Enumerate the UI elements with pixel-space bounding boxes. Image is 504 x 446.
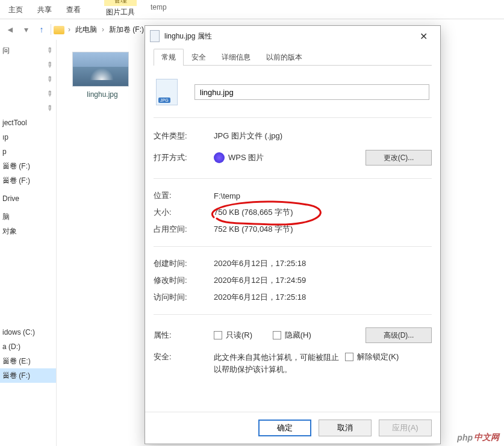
pin-icon: ✎: [45, 89, 55, 99]
divider: [154, 178, 432, 179]
cancel-button[interactable]: 取消: [319, 420, 372, 436]
file-type-icon: [156, 79, 178, 105]
checkbox-readonly[interactable]: 只读(R): [214, 330, 252, 341]
tab-security[interactable]: 安全: [184, 49, 214, 66]
window-title: temp: [151, 3, 167, 11]
ribbon-tab-share[interactable]: 共享: [30, 1, 59, 19]
value-size-on-disk: 752 KB (770,048 字节): [214, 224, 432, 235]
value-opens-with: WPS 图片: [214, 152, 366, 164]
chevron-right-icon: ›: [67, 25, 72, 34]
dialog-footer: 确定 取消 应用(A): [145, 412, 440, 444]
sidebar-item-selected[interactable]: 𡿺卷 (F:): [0, 368, 56, 383]
sidebar-item[interactable]: 对象: [0, 224, 56, 238]
tab-general[interactable]: 常规: [154, 49, 184, 66]
label-file-type: 文件类型:: [154, 131, 214, 141]
dialog-tabs: 常规 安全 详细信息 以前的版本: [154, 49, 432, 66]
sidebar-item[interactable]: 脑: [0, 209, 56, 224]
label-attributes: 属性:: [154, 330, 214, 341]
value-security: 此文件来自其他计算机，可能被阻止以帮助保护该计算机。: [214, 352, 340, 375]
tab-previous-versions[interactable]: 以前的版本: [258, 49, 310, 66]
sidebar-item[interactable]: idows (C:): [0, 325, 56, 339]
file-icon: [150, 30, 160, 42]
sidebar-item[interactable]: p: [0, 144, 56, 159]
file-item[interactable]: linghu.jpg: [72, 52, 132, 99]
sidebar-item[interactable]: jectTool: [0, 116, 56, 130]
value-file-type: JPG 图片文件 (.jpg): [214, 131, 432, 141]
checkbox-hidden[interactable]: 隐藏(H): [273, 330, 311, 341]
sidebar-item[interactable]: ✎: [0, 72, 56, 87]
dialog-titlebar[interactable]: linghu.jpg 属性 ✕: [145, 26, 440, 46]
divider: [154, 314, 432, 315]
change-app-button[interactable]: 更改(C)...: [366, 150, 432, 166]
sidebar-item[interactable]: [0, 238, 56, 253]
pin-icon: ✎: [45, 46, 55, 56]
sidebar-item[interactable]: a (D:): [0, 339, 56, 354]
breadcrumb-item[interactable]: 新加卷 (F:): [107, 23, 146, 36]
sidebar-item[interactable]: [0, 282, 56, 296]
label-opens-with: 打开方式:: [154, 152, 214, 163]
dialog-title: linghu.jpg 属性: [164, 31, 212, 42]
folder-icon: [54, 26, 64, 34]
value-size: 750 KB (768,665 字节): [214, 207, 432, 218]
value-accessed: 2020年6月12日，17:25:18: [214, 292, 432, 303]
divider: [154, 246, 432, 247]
nav-up-icon[interactable]: ↑: [35, 23, 48, 36]
pin-icon: ✎: [45, 60, 55, 70]
checkbox-unblock[interactable]: 解除锁定(K): [345, 352, 399, 362]
value-location: F:\temp: [214, 191, 432, 200]
label-accessed: 访问时间:: [154, 292, 214, 303]
nav-tree[interactable]: 问✎ ✎ ✎ ✎ ✎ jectTool ıp p 𡿺卷 (F:) 𡿺卷 (F:)…: [0, 40, 57, 446]
pin-icon: ✎: [45, 75, 55, 85]
label-size-on-disk: 占用空间:: [154, 224, 214, 235]
sidebar-item[interactable]: ıp: [0, 130, 56, 144]
sidebar-item[interactable]: ✎: [0, 87, 56, 101]
nav-history-dropdown-icon[interactable]: ▾: [19, 23, 33, 36]
value-modified: 2020年6月12日，17:24:59: [214, 275, 432, 286]
nav-back-icon[interactable]: ◄: [4, 23, 17, 36]
label-size: 大小:: [154, 207, 214, 218]
sidebar-item[interactable]: [0, 253, 56, 267]
wps-icon: [214, 152, 225, 163]
ribbon-tabs: 主页 共享 查看 管理 图片工具: [0, 0, 504, 19]
breadcrumb-item[interactable]: 此电脑: [73, 23, 99, 36]
sidebar-item[interactable]: [0, 296, 56, 311]
properties-dialog: linghu.jpg 属性 ✕ 常规 安全 详细信息 以前的版本 文件类型: J…: [145, 25, 441, 444]
advanced-button[interactable]: 高级(D)...: [366, 327, 432, 343]
value-created: 2020年6月12日，17:25:18: [214, 258, 432, 269]
label-security: 安全:: [154, 352, 214, 362]
sidebar-item[interactable]: 𡿺卷 (E:): [0, 354, 56, 368]
chevron-right-icon: ›: [101, 25, 105, 34]
nav-separator: [51, 24, 51, 35]
sidebar-item[interactable]: 问✎: [0, 43, 56, 58]
filename-input[interactable]: [194, 84, 429, 100]
file-thumbnail: [72, 52, 129, 87]
sidebar-item[interactable]: 𡿺卷 (F:): [0, 159, 56, 173]
sidebar-item[interactable]: 𡿺卷 (F:): [0, 173, 56, 188]
sidebar-item[interactable]: [0, 311, 56, 325]
watermark: php中文网: [455, 432, 502, 444]
close-button[interactable]: ✕: [411, 28, 435, 45]
ribbon-context-picture-tools[interactable]: 图片工具: [100, 6, 141, 19]
sidebar-item[interactable]: [0, 267, 56, 282]
divider: [154, 117, 432, 118]
sidebar-item[interactable]: Drive: [0, 191, 56, 206]
apply-button[interactable]: 应用(A): [379, 420, 432, 436]
tab-details[interactable]: 详细信息: [214, 49, 258, 66]
ok-button[interactable]: 确定: [258, 420, 311, 436]
ribbon-tab-home[interactable]: 主页: [1, 1, 30, 19]
label-location: 位置:: [154, 190, 214, 201]
label-modified: 修改时间:: [154, 275, 214, 286]
ribbon-context-manage[interactable]: 管理: [104, 0, 137, 6]
ribbon-tab-view[interactable]: 查看: [59, 1, 88, 19]
label-created: 创建时间:: [154, 258, 214, 269]
sidebar-item[interactable]: ✎: [0, 101, 56, 116]
pin-icon: ✎: [45, 104, 55, 114]
sidebar-item[interactable]: ✎: [0, 58, 56, 72]
file-label: linghu.jpg: [72, 87, 132, 99]
